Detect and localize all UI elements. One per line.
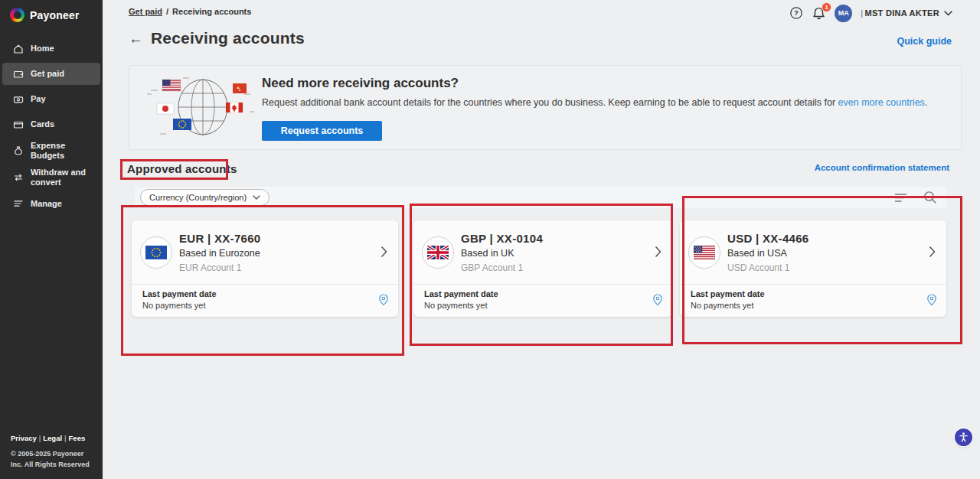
approved-accounts-heading: Approved accounts: [127, 162, 237, 175]
even-more-countries-link[interactable]: even more countries: [838, 97, 925, 108]
manage-icon: [13, 198, 24, 209]
banner-title: Need more receiving accounts?: [262, 76, 949, 91]
us-flag-icon: [688, 236, 720, 269]
privacy-link[interactable]: Privacy: [11, 434, 37, 442]
help-glyph: ?: [794, 8, 799, 17]
chevron-right-icon[interactable]: [655, 246, 662, 261]
last-payment-label: Last payment date: [424, 289, 498, 298]
avatar[interactable]: MA: [835, 5, 852, 22]
link-separator: |: [39, 434, 41, 442]
search-icon[interactable]: [923, 191, 937, 204]
copyright-line1: © 2005-2025 Payoneer: [11, 449, 98, 460]
location-pin-icon[interactable]: [652, 294, 663, 317]
sidebar-item-label: Get paid: [31, 69, 64, 79]
account-name: USD Account 1: [727, 262, 808, 273]
japan-flag-icon: [157, 103, 174, 114]
back-arrow-icon[interactable]: ←: [129, 31, 143, 46]
sidebar-item-label: Expense Budgets: [31, 141, 94, 160]
last-payment-value: No payments yet: [142, 301, 217, 310]
quick-guide-link[interactable]: Quick guide: [897, 36, 952, 47]
location-pin-icon[interactable]: [926, 294, 937, 317]
card-top: USD | XX-4466 Based in USA USD Account 1: [680, 220, 946, 284]
sidebar-item-label: Pay: [31, 94, 46, 104]
sidebar-item-label: Manage: [31, 199, 62, 209]
account-number: GBP | XX-0104: [461, 232, 543, 245]
last-payment-label: Last payment date: [142, 289, 217, 298]
canada-flag-icon: [226, 103, 243, 112]
sidebar-item-manage[interactable]: Manage: [2, 193, 100, 215]
account-number: USD | XX-4466: [727, 232, 808, 245]
list-view-icon[interactable]: [894, 192, 907, 204]
last-payment-label: Last payment date: [691, 289, 765, 298]
user-menu[interactable]: |MST DINA AKTER: [861, 8, 952, 18]
globe-flags-illustration: [137, 67, 263, 152]
toolbar-icons: [894, 191, 937, 204]
get-paid-icon: [13, 69, 24, 80]
copyright-line2: Inc. All Rights Reserved: [11, 460, 98, 471]
red-flag-icon: [233, 83, 247, 93]
last-payment-value: No payments yet: [424, 301, 498, 310]
account-card-eur[interactable]: EUR | XX-7660 Based in Eurozone EUR Acco…: [132, 220, 398, 317]
breadcrumb: Get paid / Receiving accounts: [129, 7, 251, 16]
sidebar-item-get-paid[interactable]: Get paid: [2, 63, 100, 85]
account-name: EUR Account 1: [179, 262, 260, 273]
sidebar-nav: Home Get paid Pay Cards: [0, 37, 103, 215]
copyright: © 2005-2025 Payoneer Inc. All Rights Res…: [11, 449, 98, 470]
card-info: EUR | XX-7660 Based in Eurozone EUR Acco…: [179, 229, 260, 284]
expense-budgets-icon: [13, 145, 24, 156]
chevron-down-icon: [253, 195, 260, 200]
last-payment-value: No payments yet: [691, 301, 765, 310]
card-top: GBP | XX-0104 Based in UK GBP Account 1: [413, 220, 672, 284]
eu-flag-icon: [140, 236, 172, 269]
fees-link[interactable]: Fees: [69, 434, 86, 442]
payoneer-logo[interactable]: Payoneer: [0, 0, 103, 22]
sidebar-footer: Privacy|Legal|Fees © 2005-2025 Payoneer …: [11, 434, 98, 470]
chevron-right-icon[interactable]: [381, 246, 387, 261]
banner-content: Need more receiving accounts? Request ad…: [262, 76, 949, 108]
sidebar-item-label: Withdraw and convert: [31, 168, 87, 187]
banner-body: Request additional bank account details …: [262, 97, 949, 108]
payoneer-logo-icon: [10, 8, 24, 22]
location-pin-icon[interactable]: [378, 294, 389, 317]
account-name: GBP Account 1: [461, 262, 543, 273]
sidebar-item-pay[interactable]: Pay: [2, 88, 100, 110]
sidebar-item-withdraw-convert[interactable]: Withdraw and convert: [2, 165, 100, 189]
uk-flag-icon: [422, 236, 454, 269]
account-card-usd[interactable]: USD | XX-4466 Based in USA USD Account 1…: [680, 220, 946, 317]
account-based-in: Based in UK: [461, 248, 543, 259]
request-accounts-button[interactable]: Request accounts: [262, 121, 382, 141]
help-icon[interactable]: ?: [789, 6, 803, 20]
link-separator: |: [64, 434, 66, 442]
currency-filter-label: Currency (Country/region): [149, 193, 247, 202]
card-footer: Last payment date No payments yet: [680, 284, 946, 317]
accounts-toolbar: Currency (Country/region): [135, 187, 946, 208]
request-accounts-banner: Need more receiving accounts? Request ad…: [129, 65, 962, 150]
sidebar-item-cards[interactable]: Cards: [2, 113, 100, 135]
sidebar: Payoneer Home Get paid Pay: [0, 0, 103, 479]
card-footer: Last payment date No payments yet: [132, 284, 398, 317]
breadcrumb-get-paid[interactable]: Get paid: [129, 7, 162, 16]
currency-filter-dropdown[interactable]: Currency (Country/region): [140, 189, 270, 206]
notifications-bell-icon[interactable]: 1: [812, 6, 826, 21]
card-footer: Last payment date No payments yet: [413, 284, 672, 317]
header-actions: ? 1 MA |MST DINA AKTER: [789, 3, 952, 23]
notification-badge: 1: [822, 2, 831, 12]
sidebar-item-home[interactable]: Home: [2, 37, 100, 60]
account-card-gbp[interactable]: GBP | XX-0104 Based in UK GBP Account 1 …: [413, 220, 672, 317]
chevron-right-icon[interactable]: [929, 246, 936, 261]
card-top: EUR | XX-7660 Based in Eurozone EUR Acco…: [132, 220, 398, 284]
card-info: GBP | XX-0104 Based in UK GBP Account 1: [461, 229, 543, 284]
legal-links: Privacy|Legal|Fees: [11, 434, 98, 442]
breadcrumb-current: Receiving accounts: [172, 7, 251, 16]
chevron-down-icon: [944, 11, 952, 16]
payoneer-app: Payoneer Home Get paid Pay: [0, 0, 980, 479]
sidebar-item-expense-budgets[interactable]: Expense Budgets: [2, 138, 100, 162]
page-title: Receiving accounts: [151, 29, 305, 47]
accessibility-person-icon: [958, 432, 969, 443]
legal-link[interactable]: Legal: [43, 434, 62, 442]
banner-body-text: Request additional bank account details …: [262, 97, 838, 108]
account-confirmation-statement-link[interactable]: Account confirmation statement: [815, 163, 949, 172]
account-based-in: Based in USA: [727, 248, 808, 259]
pay-icon: [13, 94, 24, 105]
accessibility-widget-button[interactable]: [955, 428, 972, 446]
